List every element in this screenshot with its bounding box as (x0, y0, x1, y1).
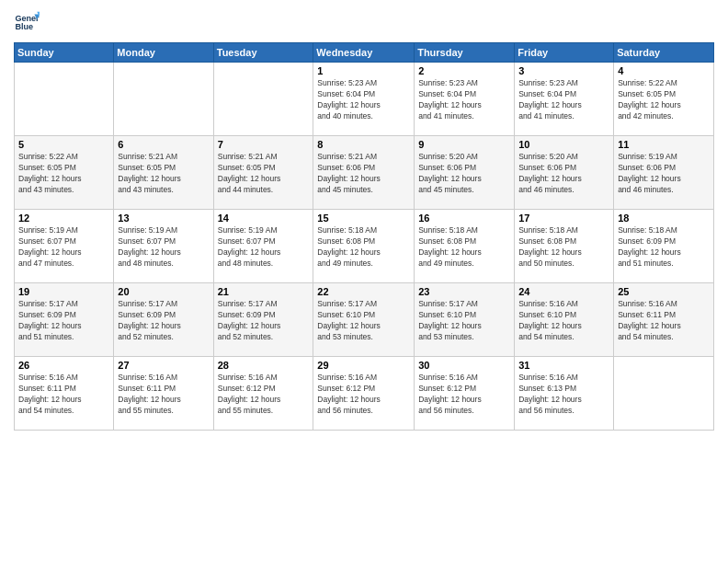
day-number: 26 (18, 360, 109, 371)
day-cell: 25Sunrise: 5:16 AM Sunset: 6:11 PM Dayli… (614, 283, 714, 357)
week-row-1: 1Sunrise: 5:23 AM Sunset: 6:04 PM Daylig… (15, 63, 714, 136)
day-cell (614, 357, 714, 431)
day-info: Sunrise: 5:16 AM Sunset: 6:12 PM Dayligh… (218, 373, 310, 417)
day-cell: 13Sunrise: 5:19 AM Sunset: 6:07 PM Dayli… (114, 210, 213, 283)
day-cell: 28Sunrise: 5:16 AM Sunset: 6:12 PM Dayli… (213, 357, 313, 431)
day-cell: 5Sunrise: 5:22 AM Sunset: 6:05 PM Daylig… (15, 136, 114, 210)
day-number: 12 (18, 213, 109, 224)
header-tuesday: Tuesday (213, 43, 313, 63)
day-number: 11 (618, 139, 710, 150)
day-cell: 22Sunrise: 5:17 AM Sunset: 6:10 PM Dayli… (313, 283, 415, 357)
day-cell: 16Sunrise: 5:18 AM Sunset: 6:08 PM Dayli… (415, 210, 515, 283)
day-number: 17 (518, 213, 609, 224)
day-number: 8 (317, 139, 410, 150)
day-number: 5 (18, 139, 109, 150)
day-info: Sunrise: 5:21 AM Sunset: 6:05 PM Dayligh… (218, 152, 310, 196)
day-info: Sunrise: 5:17 AM Sunset: 6:10 PM Dayligh… (317, 299, 410, 343)
day-cell: 19Sunrise: 5:17 AM Sunset: 6:09 PM Dayli… (15, 283, 114, 357)
day-number: 31 (518, 360, 609, 371)
day-info: Sunrise: 5:16 AM Sunset: 6:12 PM Dayligh… (317, 373, 410, 417)
day-number: 14 (218, 213, 310, 224)
day-info: Sunrise: 5:17 AM Sunset: 6:09 PM Dayligh… (118, 299, 209, 343)
calendar: SundayMondayTuesdayWednesdayThursdayFrid… (14, 42, 714, 431)
day-cell (114, 63, 213, 136)
day-info: Sunrise: 5:17 AM Sunset: 6:09 PM Dayligh… (18, 299, 109, 343)
page: General Blue SundayMondayTuesdayWednesda… (0, 0, 728, 563)
day-info: Sunrise: 5:22 AM Sunset: 6:05 PM Dayligh… (618, 78, 710, 122)
day-info: Sunrise: 5:19 AM Sunset: 6:07 PM Dayligh… (18, 225, 109, 270)
day-cell: 18Sunrise: 5:18 AM Sunset: 6:09 PM Dayli… (614, 210, 714, 283)
day-number: 23 (418, 286, 510, 297)
header-thursday: Thursday (415, 43, 515, 63)
day-info: Sunrise: 5:16 AM Sunset: 6:11 PM Dayligh… (118, 373, 209, 417)
day-cell (15, 63, 114, 136)
day-number: 20 (118, 286, 209, 297)
day-info: Sunrise: 5:18 AM Sunset: 6:08 PM Dayligh… (317, 225, 410, 270)
header-wednesday: Wednesday (313, 43, 415, 63)
day-info: Sunrise: 5:23 AM Sunset: 6:04 PM Dayligh… (418, 78, 510, 122)
week-row-2: 5Sunrise: 5:22 AM Sunset: 6:05 PM Daylig… (15, 136, 714, 210)
day-info: Sunrise: 5:16 AM Sunset: 6:12 PM Dayligh… (418, 373, 510, 417)
day-cell: 7Sunrise: 5:21 AM Sunset: 6:05 PM Daylig… (213, 136, 313, 210)
day-cell: 20Sunrise: 5:17 AM Sunset: 6:09 PM Dayli… (114, 283, 213, 357)
day-cell: 31Sunrise: 5:16 AM Sunset: 6:13 PM Dayli… (515, 357, 614, 431)
day-cell: 12Sunrise: 5:19 AM Sunset: 6:07 PM Dayli… (15, 210, 114, 283)
day-cell: 27Sunrise: 5:16 AM Sunset: 6:11 PM Dayli… (114, 357, 213, 431)
day-cell: 17Sunrise: 5:18 AM Sunset: 6:08 PM Dayli… (515, 210, 614, 283)
day-cell: 4Sunrise: 5:22 AM Sunset: 6:05 PM Daylig… (614, 63, 714, 136)
day-info: Sunrise: 5:16 AM Sunset: 6:11 PM Dayligh… (618, 299, 710, 343)
day-cell: 2Sunrise: 5:23 AM Sunset: 6:04 PM Daylig… (415, 63, 515, 136)
day-number: 27 (118, 360, 209, 371)
day-number: 24 (518, 286, 609, 297)
day-cell: 10Sunrise: 5:20 AM Sunset: 6:06 PM Dayli… (515, 136, 614, 210)
day-number: 4 (618, 65, 710, 76)
day-cell: 9Sunrise: 5:20 AM Sunset: 6:06 PM Daylig… (415, 136, 515, 210)
day-cell: 14Sunrise: 5:19 AM Sunset: 6:07 PM Dayli… (213, 210, 313, 283)
svg-text:Blue: Blue (15, 22, 33, 31)
day-cell: 29Sunrise: 5:16 AM Sunset: 6:12 PM Dayli… (313, 357, 415, 431)
day-number: 13 (118, 213, 209, 224)
week-row-3: 12Sunrise: 5:19 AM Sunset: 6:07 PM Dayli… (15, 210, 714, 283)
day-number: 9 (418, 139, 510, 150)
day-info: Sunrise: 5:21 AM Sunset: 6:06 PM Dayligh… (317, 152, 410, 196)
day-cell: 1Sunrise: 5:23 AM Sunset: 6:04 PM Daylig… (313, 63, 415, 136)
day-number: 19 (18, 286, 109, 297)
day-number: 2 (418, 65, 510, 76)
day-number: 10 (518, 139, 609, 150)
day-cell: 3Sunrise: 5:23 AM Sunset: 6:04 PM Daylig… (515, 63, 614, 136)
day-cell: 15Sunrise: 5:18 AM Sunset: 6:08 PM Dayli… (313, 210, 415, 283)
header-monday: Monday (114, 43, 213, 63)
day-number: 7 (218, 139, 310, 150)
day-info: Sunrise: 5:19 AM Sunset: 6:07 PM Dayligh… (118, 225, 209, 270)
day-cell: 30Sunrise: 5:16 AM Sunset: 6:12 PM Dayli… (415, 357, 515, 431)
day-number: 21 (218, 286, 310, 297)
day-number: 22 (317, 286, 410, 297)
day-info: Sunrise: 5:16 AM Sunset: 6:11 PM Dayligh… (18, 373, 109, 417)
day-info: Sunrise: 5:23 AM Sunset: 6:04 PM Dayligh… (317, 78, 410, 122)
day-info: Sunrise: 5:17 AM Sunset: 6:09 PM Dayligh… (218, 299, 310, 343)
day-info: Sunrise: 5:16 AM Sunset: 6:13 PM Dayligh… (518, 373, 609, 417)
header-friday: Friday (515, 43, 614, 63)
week-row-5: 26Sunrise: 5:16 AM Sunset: 6:11 PM Dayli… (15, 357, 714, 431)
day-number: 30 (418, 360, 510, 371)
day-cell: 6Sunrise: 5:21 AM Sunset: 6:05 PM Daylig… (114, 136, 213, 210)
day-cell: 11Sunrise: 5:19 AM Sunset: 6:06 PM Dayli… (614, 136, 714, 210)
header-saturday: Saturday (614, 43, 714, 63)
day-info: Sunrise: 5:23 AM Sunset: 6:04 PM Dayligh… (518, 78, 609, 122)
day-number: 6 (118, 139, 209, 150)
day-info: Sunrise: 5:19 AM Sunset: 6:07 PM Dayligh… (218, 225, 310, 270)
day-info: Sunrise: 5:21 AM Sunset: 6:05 PM Dayligh… (118, 152, 209, 196)
day-number: 3 (518, 65, 609, 76)
day-cell: 24Sunrise: 5:16 AM Sunset: 6:10 PM Dayli… (515, 283, 614, 357)
day-number: 28 (218, 360, 310, 371)
day-info: Sunrise: 5:20 AM Sunset: 6:06 PM Dayligh… (418, 152, 510, 196)
day-cell (213, 63, 313, 136)
day-info: Sunrise: 5:18 AM Sunset: 6:08 PM Dayligh… (418, 225, 510, 270)
header: General Blue (14, 9, 714, 35)
day-info: Sunrise: 5:22 AM Sunset: 6:05 PM Dayligh… (18, 152, 109, 196)
header-row: SundayMondayTuesdayWednesdayThursdayFrid… (15, 43, 714, 63)
day-info: Sunrise: 5:16 AM Sunset: 6:10 PM Dayligh… (518, 299, 609, 343)
day-cell: 21Sunrise: 5:17 AM Sunset: 6:09 PM Dayli… (213, 283, 313, 357)
day-number: 18 (618, 213, 710, 224)
day-info: Sunrise: 5:20 AM Sunset: 6:06 PM Dayligh… (518, 152, 609, 196)
